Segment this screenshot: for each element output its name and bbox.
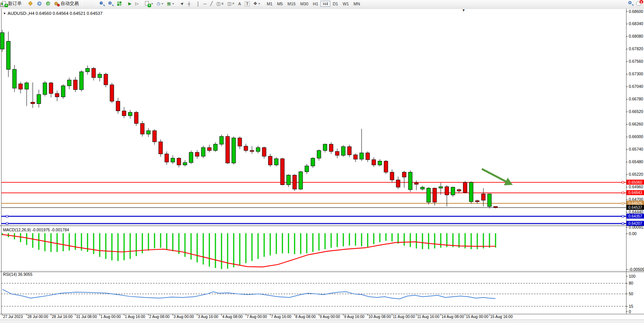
- periods-button[interactable]: ◷▾: [155, 0, 165, 7]
- macd-indicator-label: MACD(12,26,9) -0.001975 -0.001784: [3, 228, 69, 232]
- rsi-axis-label: 15: [629, 304, 633, 309]
- window-bottom-edge: [0, 320, 644, 323]
- auto-scroll-button[interactable]: ▶: [126, 0, 133, 7]
- candle-body: [244, 146, 248, 150]
- candle-body: [171, 158, 175, 162]
- time-tick-label: 1 Aug 16:00: [125, 315, 145, 319]
- price-label-text: 0.64537: [628, 205, 642, 210]
- price-label-text: 0.64357: [628, 214, 642, 218]
- timeframe-m1[interactable]: M1: [265, 1, 275, 7]
- candle-body: [134, 112, 138, 123]
- candle-body: [201, 148, 205, 156]
- time-tick-label: 8 Aug 08:00: [295, 315, 316, 319]
- line-handle[interactable]: [622, 181, 624, 183]
- macd-axis-label: 0.000913: [629, 225, 644, 229]
- clock-icon: ◷: [156, 1, 160, 6]
- macd-axis-label: -0.005093: [629, 267, 644, 272]
- signals-button[interactable]: [44, 0, 53, 7]
- candle-body: [128, 112, 132, 116]
- timeframe-m15[interactable]: M15: [285, 1, 298, 7]
- notification-badge: 1: [639, 0, 644, 4]
- candle-body: [73, 80, 77, 89]
- candle-body: [378, 161, 382, 165]
- arrows-tool[interactable]: ✥▾: [252, 0, 262, 7]
- candle-chart-button[interactable]: ▮: [87, 0, 91, 7]
- candle-body: [311, 158, 315, 166]
- candle-body: [384, 161, 388, 172]
- line-handle[interactable]: [622, 223, 624, 224]
- label-tool[interactable]: T: [243, 0, 252, 7]
- price-tick-label: 0.64960: [629, 185, 643, 189]
- crosshair-tool-button[interactable]: ┼: [186, 0, 193, 7]
- line-handle[interactable]: [6, 215, 8, 217]
- indicators-button[interactable]: +▾: [143, 0, 155, 7]
- line-handle[interactable]: [622, 202, 624, 204]
- zoom-out-icon: −: [108, 1, 113, 6]
- shift-marker-icon: ▼: [462, 8, 465, 12]
- cursor-tool-button[interactable]: ➤: [179, 0, 186, 7]
- candle-body: [390, 172, 394, 180]
- timeframe-m5[interactable]: M5: [275, 1, 285, 7]
- trendline-tool[interactable]: ╱: [208, 0, 215, 7]
- candle-body: [281, 159, 284, 185]
- timeframe-mn[interactable]: MN: [351, 1, 362, 7]
- chart-canvas[interactable]: 0.686000.683400.680800.678200.675600.673…: [0, 8, 644, 323]
- horizontal-line-tool[interactable]: ─: [201, 0, 208, 7]
- macd-axis-label: 0.00: [629, 231, 637, 236]
- candle-body: [6, 41, 10, 70]
- chart-title: AUDUSD-,H4 0.64560 0.64564 0.64521 0.645…: [8, 11, 102, 16]
- candle-body: [19, 84, 22, 89]
- new-order-label: 新订单: [8, 0, 22, 7]
- line-handle[interactable]: [622, 215, 624, 217]
- bar-chart-button[interactable]: ‖: [83, 0, 87, 7]
- candle-body: [451, 187, 455, 195]
- template-icon: ▦: [167, 1, 171, 6]
- time-tick-label: 28 Jul 16:00: [52, 315, 73, 319]
- line-handle[interactable]: [622, 192, 624, 194]
- candle-body: [396, 180, 400, 187]
- zoom-out-button[interactable]: −: [106, 0, 115, 7]
- crosshair-icon: ┼: [188, 2, 191, 6]
- main-toolbar: + 新订单 自动交易 ‖ ▮ ∿ + − ▶ ▷ +▾ ◷▾ ▦▾ ➤ ┼ │ …: [0, 0, 644, 8]
- timeframe-d1[interactable]: D1: [330, 1, 340, 7]
- candle-body: [414, 183, 418, 185]
- community-button[interactable]: [35, 0, 44, 7]
- candle-body: [335, 151, 339, 155]
- text-tool[interactable]: A: [236, 0, 243, 7]
- templates-button[interactable]: ▦▾: [165, 0, 176, 7]
- timeframe-h1[interactable]: H1: [311, 1, 320, 7]
- notifications-icon[interactable]: 1: [636, 1, 642, 6]
- candle-body: [61, 86, 65, 97]
- channel-tool[interactable]: ◫E: [215, 0, 226, 7]
- timeframe-h4[interactable]: H4: [320, 1, 330, 7]
- candle-body: [110, 85, 114, 101]
- search-icon[interactable]: [628, 1, 633, 6]
- timeframe-w1[interactable]: W1: [340, 1, 351, 7]
- auto-trading-button[interactable]: 自动交易: [53, 0, 81, 7]
- quotes-button[interactable]: [26, 0, 35, 7]
- chart-shift-icon: ▷: [135, 1, 138, 6]
- zoom-in-button[interactable]: +: [97, 0, 106, 7]
- tile-windows-button[interactable]: [115, 0, 124, 7]
- time-tick-label: 3 Aug 16:00: [198, 315, 218, 319]
- time-tick-label: 4 Aug 08:00: [222, 315, 243, 319]
- candle-body: [67, 80, 71, 86]
- fibonacci-tool[interactable]: ◫F: [226, 0, 236, 7]
- line-handle[interactable]: [6, 223, 8, 224]
- time-tick-label: 11 Aug 16:00: [417, 315, 440, 319]
- cursor-icon: ➤: [179, 1, 185, 7]
- candle-body: [481, 194, 485, 200]
- candle-body: [25, 83, 29, 89]
- timeframe-row: M1M5M15M30H1H4D1W1MN: [265, 1, 362, 7]
- chart-shift-button[interactable]: ▷: [133, 0, 140, 7]
- candle-body: [317, 151, 321, 158]
- timeframe-m30[interactable]: M30: [298, 1, 311, 7]
- candle-body: [86, 68, 89, 72]
- candle-body: [329, 144, 333, 151]
- vertical-line-tool[interactable]: │: [195, 0, 202, 7]
- candle-body: [116, 101, 120, 111]
- separator: [96, 1, 96, 6]
- candle-body: [37, 94, 41, 103]
- price-tick-label: 0.67820: [629, 46, 643, 51]
- line-chart-button[interactable]: ∿: [91, 0, 95, 7]
